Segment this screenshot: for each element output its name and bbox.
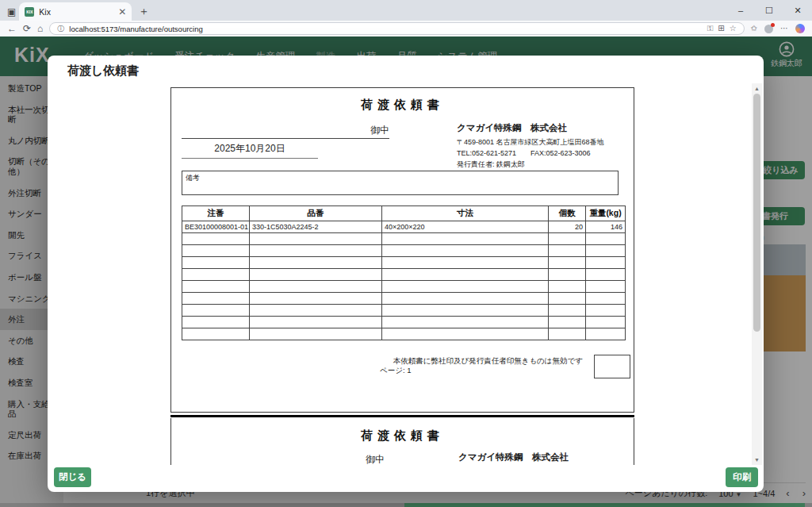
doc-table-cell <box>586 328 626 340</box>
doc-table-cell: 40×200×220 <box>382 221 549 233</box>
doc-table-cell: BE30100008001-01 <box>182 221 250 233</box>
recipient-line: 御中 <box>182 123 389 139</box>
doc-table-cell <box>250 269 382 281</box>
stamp-box <box>594 355 630 378</box>
url-text[interactable]: localhost:5173/manufacture/outsourcing <box>69 25 702 33</box>
company-postal: 〒459-8001 名古屋市緑区大高町上塩田68番地 <box>457 137 604 148</box>
toolbar-right: ✩ ⋯ <box>751 24 805 33</box>
doc-table-cell <box>382 293 549 305</box>
browser-tab[interactable]: KIX Kix ✕ <box>19 2 132 21</box>
validity-note: 本依頼書に弊社印及び発行責任者印無きものは無効です <box>393 356 583 367</box>
doc-table-cell <box>250 257 382 269</box>
window-controls: – ☐ ✕ <box>726 0 812 21</box>
document-title: 荷渡依頼書 <box>171 98 634 113</box>
doc-table-cell <box>382 281 549 293</box>
scroll-down-icon[interactable]: ▼ <box>752 455 762 465</box>
back-icon[interactable]: ← <box>7 24 17 33</box>
doc-table-cell <box>586 257 626 269</box>
doc-table-cell <box>182 245 250 257</box>
doc-table-cell <box>586 305 626 317</box>
maximize-button[interactable]: ☐ <box>755 0 783 21</box>
doc-table-cell <box>250 328 382 340</box>
browser-tabstrip: ▣ KIX Kix ✕ ＋ – ☐ ✕ <box>0 0 812 21</box>
address-bar[interactable]: ⓘ localhost:5173/manufacture/outsourcing… <box>49 22 744 35</box>
doc-table-cell <box>182 233 250 245</box>
doc-table-cell <box>382 233 549 245</box>
doc-table-row: BE30100008001-01330-1C5030A2245-240×200×… <box>182 221 626 233</box>
doc-table: 注番品番寸法個数重量(kg) BE30100008001-01330-1C503… <box>182 205 626 340</box>
home-icon[interactable]: ⌂ <box>37 24 43 33</box>
new-tab-button[interactable]: ＋ <box>138 6 149 17</box>
doc-table-header-cell: 寸法 <box>382 206 549 221</box>
site-info-icon[interactable]: ⓘ <box>57 24 64 34</box>
doc-table-cell <box>182 293 250 305</box>
browser-toolbar: ← ⟳ ⌂ ⓘ localhost:5173/manufacture/outso… <box>0 21 812 36</box>
doc-table-cell <box>182 317 250 328</box>
doc-table-cell <box>549 233 586 245</box>
recipient-suffix-page2: 御中 <box>366 453 385 465</box>
issuer-company-block: クマガイ特殊鋼 株式会社 〒459-8001 名古屋市緑区大高町上塩田68番地 … <box>457 121 604 171</box>
doc-table-cell <box>382 257 549 269</box>
company-fax: FAX:052-623-3006 <box>530 148 591 159</box>
profile-avatar[interactable] <box>764 25 773 33</box>
issue-date: 2025年10月20日 <box>182 142 318 159</box>
doc-table-cell <box>250 281 382 293</box>
print-button[interactable]: 印刷 <box>726 467 758 487</box>
bottom-edge <box>0 503 812 507</box>
doc-table-cell <box>586 233 626 245</box>
doc-table-row <box>182 269 626 281</box>
doc-table-cell <box>182 328 250 340</box>
doc-table-cell <box>250 317 382 328</box>
password-key-icon[interactable]: ⚿ <box>707 25 714 33</box>
doc-table-cell <box>549 328 586 340</box>
document-page-2: 荷渡依頼書 御中 クマガイ特殊鋼 株式会社 <box>170 418 634 465</box>
modal-scrollbar[interactable]: ▲ ▼ <box>752 83 762 465</box>
document-preview[interactable]: 荷渡依頼書 御中 2025年10月20日 クマガイ特殊鋼 株式会社 〒459-8… <box>170 87 636 465</box>
doc-table-cell <box>382 305 549 317</box>
doc-table-row <box>182 257 626 269</box>
document-page-1: 荷渡依頼書 御中 2025年10月20日 クマガイ特殊鋼 株式会社 〒459-8… <box>170 87 634 413</box>
collections-icon[interactable]: ✩ <box>751 25 757 33</box>
page-separator <box>170 415 634 417</box>
doc-table-cell <box>586 281 626 293</box>
doc-table-cell <box>586 317 626 328</box>
doc-table-cell <box>250 233 382 245</box>
doc-table-cell <box>549 305 586 317</box>
page-number: ページ: 1 <box>380 366 412 376</box>
recipient-suffix: 御中 <box>370 124 389 137</box>
doc-table-cell <box>382 245 549 257</box>
tab-close-icon[interactable]: ✕ <box>118 6 126 17</box>
minimize-button[interactable]: – <box>726 0 755 21</box>
refresh-icon[interactable]: ⟳ <box>23 24 31 33</box>
company-tel: TEL:052-621-5271 <box>457 148 516 159</box>
doc-table-row <box>182 245 626 257</box>
tab-actions-icon[interactable]: ▣ <box>7 7 16 17</box>
doc-table-cell <box>549 269 586 281</box>
scrollbar-thumb[interactable] <box>753 94 760 332</box>
close-modal-button[interactable]: 閉じる <box>54 467 91 487</box>
workspaces-icon[interactable]: ⊞ <box>718 25 724 33</box>
doc-table-cell: 20 <box>549 221 586 233</box>
doc-table-cell <box>182 257 250 269</box>
menu-dots-icon[interactable]: ⋯ <box>780 25 788 33</box>
doc-table-cell <box>586 245 626 257</box>
company-name-page2: クマガイ特殊鋼 株式会社 <box>458 451 569 463</box>
screen: ▣ KIX Kix ✕ ＋ – ☐ ✕ ← ⟳ ⌂ ⓘ localhost:51… <box>0 0 812 507</box>
doc-table-row <box>182 328 626 340</box>
doc-table-cell <box>250 293 382 305</box>
doc-table-header-cell: 注番 <box>182 206 250 221</box>
app-page: KiX ダッシュボード受注チェック生産管理製造出荷品質システム管理 鉄鋼太郎 製… <box>0 36 812 507</box>
doc-table-cell <box>549 317 586 328</box>
doc-table-header-row: 注番品番寸法個数重量(kg) <box>182 206 626 221</box>
scroll-up-icon[interactable]: ▲ <box>752 83 762 94</box>
delivery-request-modal: 荷渡し依頼書 荷渡依頼書 御中 2025年10月20日 クマガイ特殊鋼 株式会社… <box>48 56 764 492</box>
document-title-page2: 荷渡依頼書 <box>171 428 634 444</box>
tab-title: Kix <box>39 7 113 17</box>
favorite-star-icon[interactable]: ☆ <box>730 25 737 33</box>
company-issuer: 発行責任者: 鉄鋼太郎 <box>457 159 604 171</box>
doc-table-row <box>182 293 626 305</box>
copilot-icon[interactable] <box>795 24 805 33</box>
doc-table-cell <box>382 317 549 328</box>
close-button[interactable]: ✕ <box>783 0 812 21</box>
bottom-edge-green <box>404 503 805 507</box>
